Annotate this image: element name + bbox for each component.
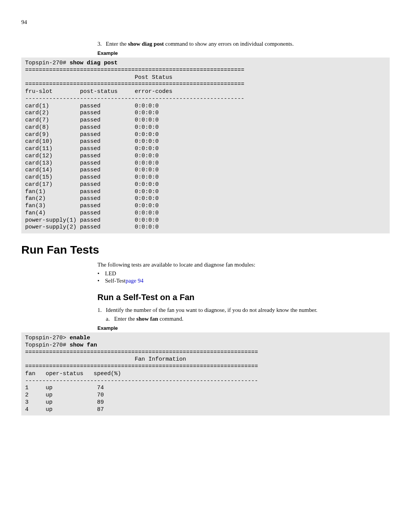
table-title: Post Status	[25, 74, 172, 81]
step-number: 1.	[97, 307, 106, 313]
table-row: fan(2) passed 0:0:0:0	[25, 195, 159, 202]
step-command: show diag post	[128, 41, 164, 47]
table-row: power-supply(2) passed 0:0:0:0	[25, 224, 159, 230]
step-3: 3. Enter the show diag post command to s…	[97, 41, 390, 47]
table-row: card(12) passed 0:0:0:0	[25, 153, 159, 159]
divider-line: ========================================…	[25, 349, 258, 356]
bullet-list: LED Self-Test page 94	[97, 270, 390, 284]
divider-line: ========================================…	[25, 67, 244, 73]
table-row: card(1) passed 0:0:0:0	[25, 103, 159, 109]
code-block-post-status: Topspin-270# show diag post ============…	[21, 58, 390, 233]
code-block-fan-info: Topspin-270> enable Topspin-270# show fa…	[21, 332, 390, 415]
table-row: fan(1) passed 0:0:0:0	[25, 189, 159, 195]
step-text: Identify the number of the fan you want …	[106, 307, 390, 313]
list-item: LED	[97, 270, 390, 277]
divider-line: ========================================…	[25, 363, 258, 370]
table-row: card(17) passed 0:0:0:0	[25, 181, 159, 188]
example-label: Example	[97, 50, 390, 56]
table-row: 1 up 74	[25, 385, 104, 391]
table-title: Fan Information	[25, 356, 186, 363]
cli-prompt: Topspin-270#	[25, 60, 70, 66]
cli-command: show fan	[70, 342, 97, 348]
substep-command: show fan	[136, 316, 158, 322]
substep-text: Enter the show fan command.	[114, 316, 183, 322]
page-number: 94	[21, 19, 390, 26]
list-item: Self-Test page 94	[97, 278, 390, 284]
substep-a: a. Enter the show fan command.	[106, 316, 390, 322]
table-row: card(8) passed 0:0:0:0	[25, 124, 159, 131]
step-number: 3.	[97, 41, 106, 47]
table-row: card(7) passed 0:0:0:0	[25, 117, 159, 123]
divider-line: ========================================…	[25, 81, 244, 88]
subsection-heading-self-test: Run a Self-Test on a Fan	[97, 292, 390, 302]
table-row: card(13) passed 0:0:0:0	[25, 160, 159, 166]
table-row: card(2) passed 0:0:0:0	[25, 110, 159, 116]
page-link[interactable]: page 94	[126, 278, 143, 284]
table-row: fan(3) passed 0:0:0:0	[25, 203, 159, 209]
table-row: card(9) passed 0:0:0:0	[25, 131, 159, 138]
substep-text-pre: Enter the	[114, 316, 136, 322]
step-text-pre: Enter the	[106, 41, 128, 47]
substep-text-post: command.	[158, 316, 183, 322]
substep-number: a.	[106, 316, 114, 322]
bullet-text: LED	[105, 270, 116, 277]
dashes-line: ----------------------------------------…	[25, 378, 258, 384]
intro-text: The following tests are available to loc…	[97, 262, 390, 268]
bullet-text-pre: Self-Test	[105, 278, 126, 284]
table-headers: fan oper-status speed(%)	[25, 371, 121, 377]
table-row: card(11) passed 0:0:0:0	[25, 145, 159, 152]
step-1: 1. Identify the number of the fan you wa…	[97, 307, 390, 313]
table-row: card(10) passed 0:0:0:0	[25, 138, 159, 145]
cli-command: enable	[70, 335, 90, 341]
table-row: card(14) passed 0:0:0:0	[25, 167, 159, 173]
cli-command: show diag post	[70, 60, 118, 66]
step-text-post: command to show any errors on individual…	[164, 41, 294, 47]
table-row: 4 up 87	[25, 406, 104, 413]
section-heading-run-fan-tests: Run Fan Tests	[21, 243, 390, 256]
table-row: card(15) passed 0:0:0:0	[25, 174, 159, 181]
dashes-line: ----------------------------------------…	[25, 96, 244, 102]
table-row: power-supply(1) passed 0:0:0:0	[25, 217, 159, 224]
table-row: 2 up 70	[25, 392, 104, 398]
table-headers: fru-slot post-status error-codes	[25, 88, 172, 95]
cli-prompt: Topspin-270>	[25, 335, 70, 341]
example-label: Example	[97, 325, 390, 331]
table-row: fan(4) passed 0:0:0:0	[25, 210, 159, 216]
step-text: Enter the show diag post command to show…	[106, 41, 390, 47]
table-row: 3 up 89	[25, 399, 104, 406]
cli-prompt: Topspin-270#	[25, 342, 70, 348]
